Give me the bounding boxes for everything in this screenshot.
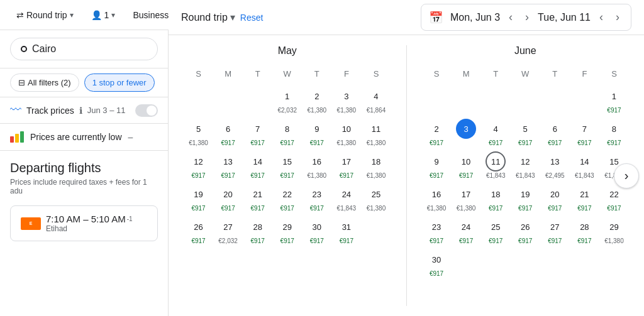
calendar-trip-type-label: Round trip (181, 12, 228, 23)
date-range-navigator: 📅 Mon, Jun 3 ‹ › Tue, Jun 11 ‹ › (421, 4, 631, 30)
date-from-next-button[interactable]: › (521, 9, 533, 25)
calendar-trip-chevron-icon: ▾ (230, 11, 235, 23)
calendar-header: Round trip ▾ Reset 📅 Mon, Jun 3 ‹ › Tue,… (169, 0, 644, 30)
trip-type-button[interactable]: ⇄ Round trip ▾ (10, 8, 80, 23)
date-to-next-button[interactable]: › (612, 9, 623, 25)
calendar-overlay: Round trip ▾ Reset 📅 Mon, Jun 3 ‹ › Tue,… (169, 0, 644, 30)
calendar-trip-type-selector[interactable]: Round trip ▾ (181, 11, 235, 23)
passengers-button[interactable]: 👤 1 ▾ (85, 8, 122, 23)
passengers-count: 1 (104, 10, 109, 20)
trip-type-chevron-icon: ▾ (70, 11, 74, 19)
cabin-label: Business (133, 10, 169, 20)
trip-type-label: Round trip (26, 10, 67, 20)
person-icon: 👤 (91, 10, 102, 20)
date-from-label: Mon, Jun 3 (450, 12, 500, 23)
date-to-label: Tue, Jun 11 (538, 12, 591, 23)
passengers-chevron-icon: ▾ (111, 11, 115, 19)
round-trip-arrows-icon: ⇄ (16, 10, 24, 20)
date-to-prev-button[interactable]: ‹ (596, 9, 607, 25)
calendar-icon: 📅 (429, 11, 443, 25)
calendar-reset-button[interactable]: Reset (235, 10, 269, 25)
date-from-prev-button[interactable]: ‹ (505, 9, 516, 25)
